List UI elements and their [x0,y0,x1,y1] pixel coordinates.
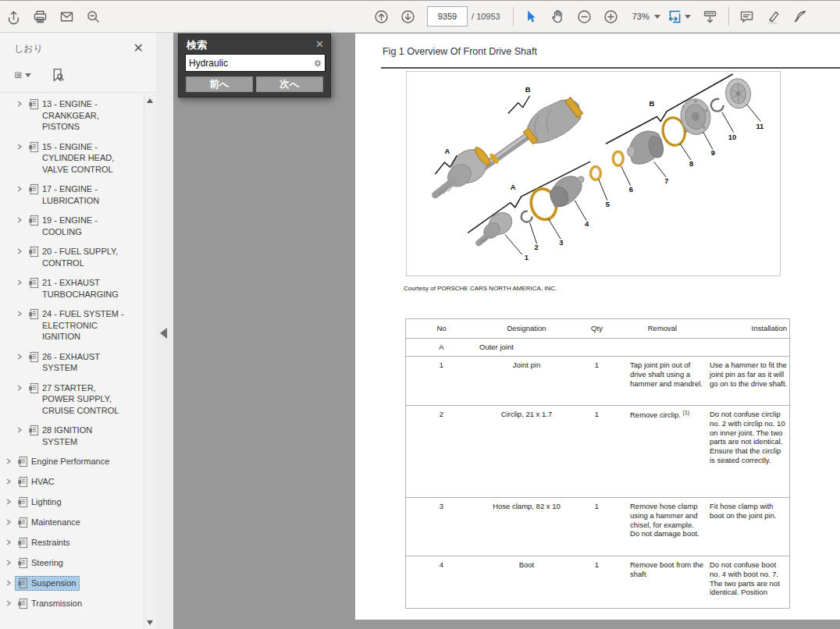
search-input[interactable] [186,56,313,69]
comment-button[interactable] [734,5,760,28]
page-number-input[interactable] [427,6,468,27]
hand-tool-button[interactable] [545,5,571,28]
bookmark-item[interactable]: 15 - ENGINE - CYLINDER HEAD, VALVE CONTR… [5,140,130,176]
next-page-button[interactable] [394,5,421,28]
previous-page-button[interactable] [368,5,394,28]
zoom-out-button[interactable] [571,5,598,28]
bookmarks-toolbar [0,59,156,93]
bookmark-item[interactable]: Restraints [5,536,130,549]
cell-qty: 1 [576,357,618,405]
bookmark-item[interactable]: Transmission [5,597,130,610]
search-input-wrap [185,54,326,72]
bookmark-page-icon [27,425,39,436]
zoom-in-button[interactable] [598,5,625,28]
search-previous-button[interactable]: 前へ [186,76,253,92]
bookmark-page-icon [16,517,28,528]
select-arrow-icon [523,9,539,25]
bookmark-item[interactable]: HVAC [5,475,130,489]
zoom-level-dropdown[interactable] [652,5,666,28]
document-area[interactable]: Fig 1 Overview Of Front Drive Shaft [173,33,840,629]
gear-icon[interactable] [313,57,322,69]
bookmark-label: Restraints [31,537,70,549]
bookmark-label: 27 STARTER, POWER SUPPLY, CRUISE CONTROL [42,382,127,417]
chevron-right-icon [16,143,23,151]
bookmark-item[interactable]: 19 - ENGINE - COOLING [5,214,130,238]
bookmark-label: 13 - ENGINE - CRANKGEAR, PISTONS [42,98,127,133]
bookmark-item[interactable]: 26 - EXHAUST SYSTEM [5,350,130,375]
bookmark-page-icon [16,557,28,569]
bookmark-item[interactable]: 21 - EXHAUST TURBOCHARGING [5,276,130,300]
bookmark-item[interactable]: 27 STARTER, POWER SUPPLY, CRUISE CONTROL [5,382,130,418]
plus-circle-icon [603,9,619,25]
page-up-icon [373,9,390,25]
bookmark-item-selected[interactable]: Suspension [5,577,130,590]
cell-installation: Do not confuse circlip no. 2 with circli… [707,406,789,497]
collapse-sidebar-handle[interactable] [160,328,167,339]
highlight-button[interactable] [760,5,787,28]
chevron-right-icon [16,353,23,361]
bookmark-item[interactable]: Maintenance [5,516,130,529]
scroll-down-arrow[interactable] [147,620,153,625]
select-tool-button[interactable] [518,5,545,28]
chevron-right-icon [5,538,12,546]
bookmark-page-icon [27,141,39,153]
scroll-mode-button[interactable] [697,5,724,28]
sign-pen-icon [792,9,808,25]
bookmark-page-icon [27,351,39,363]
bookmarks-options-button[interactable] [14,66,36,84]
bookmark-item[interactable]: 13 - ENGINE - CRANKGEAR, PISTONS [5,98,130,133]
diagram-label-b: B [525,85,531,94]
marquee-zoom-icon [85,9,101,25]
scroll-up-arrow[interactable] [147,98,153,103]
bookmark-page-icon [16,537,28,549]
part-number: 9 [711,148,715,157]
bookmark-item[interactable]: 28 IGNITION SYSTEM [5,424,130,448]
print-button[interactable] [27,5,53,28]
chevron-down-icon [685,15,691,19]
page-down-icon [400,9,416,25]
find-current-bookmark-button[interactable] [47,66,69,84]
chevron-down-icon [654,15,660,19]
bookmarks-close-button[interactable]: ✕ [132,41,145,56]
search-close-button[interactable]: ✕ [314,37,326,52]
part-number: 4 [585,219,589,228]
cell-qty: 1 [576,406,618,497]
part-number: 5 [606,200,610,208]
chevron-right-icon [5,559,12,567]
sign-button[interactable] [787,5,813,28]
title-rule [381,67,840,69]
options-icon [14,67,23,84]
table-row-3: 3 Hose clamp, 82 x 10 1 Remove hose clam… [406,498,789,556]
bookmark-item[interactable]: Steering [5,556,130,570]
marquee-zoom-button[interactable] [80,5,106,28]
bookmark-page-icon [16,496,28,508]
cell-designation: Hose clamp, 82 x 10 [477,498,576,556]
bookmark-label: HVAC [31,476,55,488]
bookmark-item[interactable]: 20 - FUEL SUPPLY, CONTROL [5,245,130,269]
bookmark-page-icon [27,277,39,289]
fit-width-button[interactable] [666,5,697,28]
chevron-right-icon [5,518,12,526]
bookmark-page-icon [16,476,28,488]
toolbar-separator [513,7,514,26]
toolbar-separator [728,7,729,26]
find-bookmark-icon [50,67,66,84]
pdf-page: Fig 1 Overview Of Front Drive Shaft [355,34,840,620]
chevron-right-icon [16,310,23,318]
cell-no: A [406,339,477,356]
comment-icon [739,9,755,25]
cell-designation: Boot [477,556,576,608]
bookmark-item[interactable]: Engine Performance [5,455,130,468]
share-button[interactable] [0,5,27,28]
bookmark-item[interactable]: Lighting [5,496,130,509]
table-header-row: No Designation Qty Removal Installation [406,319,789,339]
sidebar-scrollbar[interactable] [144,94,156,629]
bookmark-item[interactable]: 24 - FUEL SYSTEM - ELECTRONIC IGNITION [5,307,130,343]
search-next-button[interactable]: 次へ [256,76,323,92]
email-button[interactable] [53,5,80,28]
cell-removal: Remove circlip. (1) [618,406,707,497]
cell-installation: Use a hammer to fit the joint pin as far… [707,357,789,405]
printer-icon [32,9,48,25]
bookmark-item[interactable]: 17 - ENGINE - LUBRICATION [5,183,130,207]
col-header-designation: Designation [477,319,576,338]
